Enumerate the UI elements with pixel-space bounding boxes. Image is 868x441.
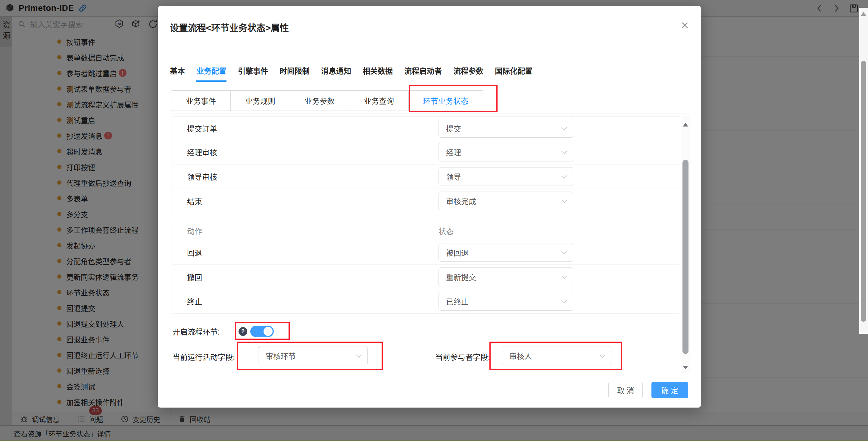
dialog-scrollbar[interactable] <box>681 116 690 374</box>
scroll-up-icon[interactable] <box>683 123 688 127</box>
current-activity-field-select[interactable]: 审核环节 <box>258 346 368 366</box>
chevron-down-icon <box>561 297 567 303</box>
subtab-button[interactable]: 业务查询 <box>349 90 409 111</box>
dialog-tabs: 基本 业务配置 引擎事件 时间限制 消息通知 相关数据 流程启动者 流程参数 国… <box>170 65 532 82</box>
dialog-tab[interactable]: 相关数据 <box>363 65 393 82</box>
dialog-tab[interactable]: 流程参数 <box>453 65 484 82</box>
chevron-down-icon <box>356 352 362 357</box>
table-row: 终止 已终止 <box>173 289 679 314</box>
scrollbar-thumb[interactable] <box>682 160 688 354</box>
table-row: 结束 审核完成 <box>173 189 679 213</box>
dialog-title: 设置流程<环节业务状态>属性 <box>170 21 289 34</box>
subtab-button[interactable]: 环节业务状态 <box>408 90 483 111</box>
dialog-tab[interactable]: 流程启动者 <box>404 65 442 82</box>
current-participant-field-label: 当前参与者字段: <box>435 351 490 362</box>
table-row: 提交订单 提交 <box>173 117 679 140</box>
status-select[interactable]: 被回退 <box>438 243 573 262</box>
table-row: 经理审核 经理 <box>173 140 679 164</box>
enable-toggle[interactable] <box>250 326 274 337</box>
chevron-down-icon <box>561 125 567 130</box>
status-select[interactable]: 领导 <box>438 167 573 186</box>
dialog-tab[interactable]: 国际化配置 <box>495 65 532 82</box>
process-properties-dialog: 设置流程<环节业务状态>属性 基本 业务配置 引擎事件 时间限制 消息通知 相关… <box>158 6 701 408</box>
subtab-button[interactable]: 业务规则 <box>230 90 290 111</box>
scroll-down-icon[interactable] <box>683 366 688 369</box>
ok-button[interactable]: 确 定 <box>651 382 688 398</box>
status-select[interactable]: 重新提交 <box>438 267 573 286</box>
toggle-knob <box>264 327 273 336</box>
table-header-row: 动作 状态 <box>173 221 679 241</box>
status-select[interactable]: 已终止 <box>438 292 573 311</box>
subtab-button[interactable]: 业务参数 <box>290 90 349 111</box>
table-row: 领导审核 领导 <box>173 164 679 189</box>
dialog-tab[interactable]: 业务配置 <box>196 65 226 82</box>
chevron-down-icon <box>561 173 567 178</box>
tabs-divider <box>170 85 689 85</box>
toggle-label: 开启流程环节: <box>173 326 233 337</box>
table-row: 撤回 重新提交 <box>173 265 679 289</box>
chevron-down-icon <box>561 149 567 154</box>
chevron-down-icon <box>561 273 567 279</box>
status-select[interactable]: 审核完成 <box>438 192 573 210</box>
help-icon[interactable]: ? <box>239 327 247 336</box>
cancel-button[interactable]: 取 消 <box>609 382 643 398</box>
status-select[interactable]: 提交 <box>438 119 573 138</box>
dialog-tab[interactable]: 引擎事件 <box>238 65 268 82</box>
edge-scrollbar[interactable] <box>859 8 868 334</box>
scroll-up-icon[interactable] <box>861 12 866 15</box>
chevron-down-icon <box>561 197 567 203</box>
app-window: Primeton-IDE 资源 输入关键字搜索 <box>0 0 868 441</box>
action-status-table: 动作 状态 回退 被回退 撤回 <box>173 221 679 314</box>
dialog-tab[interactable]: 时间限制 <box>279 65 310 82</box>
dialog-tab[interactable]: 消息通知 <box>321 65 351 82</box>
table-row: 回退 被回退 <box>173 241 679 265</box>
subtab-button[interactable]: 业务事件 <box>171 90 231 111</box>
enable-process-node-row: 开启流程环节: ? <box>173 323 274 339</box>
scrollbar-thumb[interactable] <box>861 61 866 322</box>
current-participant-field-select[interactable]: 审核人 <box>502 346 611 366</box>
status-select[interactable]: 经理 <box>438 143 573 161</box>
close-icon[interactable] <box>679 20 690 31</box>
chevron-down-icon <box>561 249 567 254</box>
business-config-subtabs: 业务事件 业务规则 业务参数 业务查询 环节业务状态 <box>171 90 483 111</box>
dialog-tab[interactable]: 基本 <box>170 65 185 82</box>
subtabs-divider <box>170 114 689 114</box>
activity-status-table: 提交订单 提交 经理审核 经理 <box>173 116 679 213</box>
current-activity-field-label: 当前运行活动字段: <box>173 351 235 362</box>
chevron-down-icon <box>600 352 605 357</box>
